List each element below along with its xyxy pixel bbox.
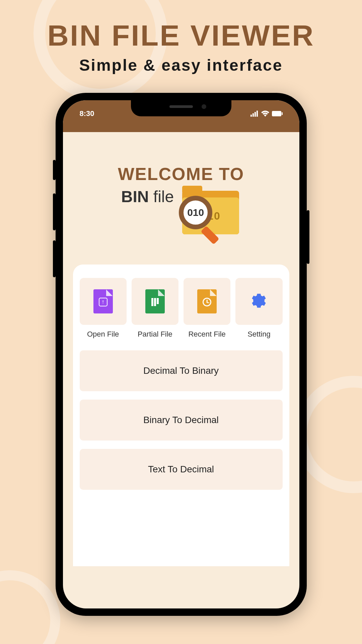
wifi-icon [261, 111, 269, 117]
grid-buttons: ↑ Open File Partial File [80, 278, 283, 339]
grid-label: Partial File [132, 330, 178, 339]
welcome-subtitle-row: BIN file 010 010 [73, 186, 289, 238]
phone-mockup: 8:30 WELCOME TO BIN file 010 010 [56, 93, 307, 616]
signal-icon [250, 111, 259, 117]
grid-label: Setting [235, 330, 282, 339]
grid-item-setting: Setting [235, 278, 282, 339]
svg-rect-4 [272, 111, 281, 116]
phone-notch [131, 100, 231, 116]
folder-search-icon: 010 010 [180, 186, 241, 238]
bin-file-text: BIN file [121, 187, 174, 206]
phone-side-button [53, 160, 56, 180]
decimal-to-binary-button[interactable]: Decimal To Binary [80, 350, 283, 391]
status-time: 8:30 [80, 109, 94, 118]
partial-file-button[interactable] [132, 278, 178, 325]
app-content: WELCOME TO BIN file 010 010 [63, 132, 299, 566]
grid-item-recent-file: Recent File [184, 278, 230, 339]
svg-rect-0 [250, 115, 252, 117]
magnifier-icon: 010 [179, 196, 212, 229]
gear-icon [248, 290, 269, 312]
file-clock-icon [197, 289, 217, 313]
notch-camera [202, 104, 206, 109]
grid-label: Recent File [184, 330, 230, 339]
svg-rect-1 [252, 113, 254, 117]
svg-rect-5 [282, 112, 283, 115]
promo-title: BIN FILE VIEWER [0, 18, 362, 53]
bg-decor-circle [0, 570, 60, 644]
list-buttons: Decimal To Binary Binary To Decimal Text… [80, 350, 283, 490]
grid-label: Open File [80, 330, 127, 339]
file-upload-icon: ↑ [93, 289, 113, 313]
phone-side-button [53, 193, 56, 230]
open-file-button[interactable]: ↑ [80, 278, 127, 325]
phone-screen: 8:30 WELCOME TO BIN file 010 010 [63, 100, 299, 608]
grid-item-open-file: ↑ Open File [80, 278, 127, 339]
recent-file-button[interactable] [184, 278, 230, 325]
main-panel: ↑ Open File Partial File [73, 265, 289, 566]
notch-speaker [169, 105, 193, 108]
phone-side-button [307, 210, 309, 264]
status-icons [250, 111, 283, 117]
svg-rect-2 [255, 112, 256, 117]
binary-to-decimal-button[interactable]: Binary To Decimal [80, 400, 283, 441]
svg-rect-3 [257, 111, 258, 117]
setting-button[interactable] [235, 278, 282, 325]
promo-subtitle: Simple & easy interface [0, 56, 362, 74]
phone-side-button [53, 240, 56, 277]
text-to-decimal-button[interactable]: Text To Decimal [80, 449, 283, 490]
welcome-title: WELCOME TO [73, 164, 289, 184]
battery-icon [272, 111, 283, 116]
file-chart-icon [145, 289, 165, 313]
grid-item-partial-file: Partial File [132, 278, 178, 339]
